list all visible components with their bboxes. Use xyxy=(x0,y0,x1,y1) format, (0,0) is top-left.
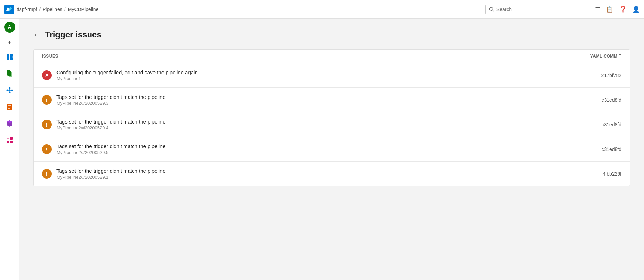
svg-line-2 xyxy=(493,10,494,11)
search-box[interactable] xyxy=(485,5,589,14)
row-left: ! Tags set for the trigger didn't match … xyxy=(42,143,552,155)
sidebar-item-testplans[interactable] xyxy=(3,100,17,114)
issues-table: Issues YAML Commit ✕ Configuring the tri… xyxy=(33,49,630,186)
clipboard-icon[interactable]: 📋 xyxy=(606,6,614,13)
svg-rect-6 xyxy=(10,57,13,60)
svg-rect-21 xyxy=(10,137,13,140)
issue-warning-icon: ! xyxy=(42,144,52,154)
svg-rect-20 xyxy=(7,141,9,143)
testplans-icon xyxy=(6,103,14,111)
yaml-commit-value: 217bf782 xyxy=(552,73,621,78)
topbar: tfspf-rmpf / Pipelines / MyCDPipeline ☰ … xyxy=(0,0,644,19)
svg-rect-5 xyxy=(7,57,9,60)
svg-rect-23 xyxy=(7,138,9,139)
yaml-commit-value: c31ed8fd xyxy=(552,122,621,127)
issue-error-icon: ✕ xyxy=(42,70,52,80)
sidebar-item-boards[interactable] xyxy=(3,50,17,64)
svg-rect-9 xyxy=(8,71,11,76)
breadcrumb-org[interactable]: tfspf-rmpf xyxy=(17,7,37,12)
repos-icon xyxy=(6,70,14,77)
table-header: Issues YAML Commit xyxy=(34,50,630,63)
row-left: ! Tags set for the trigger didn't match … xyxy=(42,119,552,130)
table-row: ! Tags set for the trigger didn't match … xyxy=(34,137,630,162)
boards-icon xyxy=(6,53,14,61)
list-icon[interactable]: ☰ xyxy=(595,6,600,13)
svg-point-11 xyxy=(9,87,10,89)
issue-warning-icon: ! xyxy=(42,169,52,179)
issue-warning-icon: ! xyxy=(42,95,52,105)
content-area: ← Trigger issues Issues YAML Commit ✕ Co… xyxy=(19,19,644,280)
breadcrumb-sep1: / xyxy=(39,7,41,12)
breadcrumb-sep2: / xyxy=(64,7,66,12)
help-icon[interactable]: ❓ xyxy=(619,6,627,13)
sidebar-item-extensions[interactable] xyxy=(3,133,17,147)
issue-title: Tags set for the trigger didn't match th… xyxy=(56,94,166,100)
issue-title: Configuring the trigger failed, edit and… xyxy=(56,69,198,75)
add-project-button[interactable]: + xyxy=(4,37,15,48)
yaml-commit-value: c31ed8fd xyxy=(552,146,621,152)
svg-point-10 xyxy=(6,90,8,91)
issue-title: Tags set for the trigger didn't match th… xyxy=(56,168,166,174)
col-header-yaml: YAML Commit xyxy=(552,54,621,59)
breadcrumb-pipelines[interactable]: Pipelines xyxy=(43,7,62,12)
table-row: ✕ Configuring the trigger failed, edit a… xyxy=(34,63,630,88)
col-header-issues: Issues xyxy=(42,54,552,59)
breadcrumb: tfspf-rmpf / Pipelines / MyCDPipeline xyxy=(17,7,483,12)
issue-title: Tags set for the trigger didn't match th… xyxy=(56,119,166,125)
row-left: ✕ Configuring the trigger failed, edit a… xyxy=(42,69,552,81)
extensions-icon xyxy=(6,136,14,144)
table-row: ! Tags set for the trigger didn't match … xyxy=(34,162,630,186)
search-input[interactable] xyxy=(496,7,585,12)
issue-subtitle: MyPipeline2/#20200529.1 xyxy=(56,175,166,180)
page-title: Trigger issues xyxy=(45,30,102,40)
svg-rect-22 xyxy=(10,141,13,143)
back-button[interactable]: ← xyxy=(33,31,40,39)
yaml-commit-value: c31ed8fd xyxy=(552,97,621,103)
table-row: ! Tags set for the trigger didn't match … xyxy=(34,112,630,137)
yaml-commit-value: 4fbb226f xyxy=(552,171,621,177)
issue-text: Tags set for the trigger didn't match th… xyxy=(56,168,166,180)
breadcrumb-pipeline-name[interactable]: MyCDPipeline xyxy=(68,7,99,12)
sidebar-item-artifacts[interactable] xyxy=(3,117,17,130)
azure-devops-logo xyxy=(4,5,14,14)
topbar-actions: ☰ 📋 ❓ 👤 xyxy=(595,6,640,13)
artifacts-icon xyxy=(6,120,14,127)
search-icon xyxy=(489,7,494,12)
issue-text: Tags set for the trigger didn't match th… xyxy=(56,143,166,155)
user-settings-icon[interactable]: 👤 xyxy=(632,6,640,13)
avatar[interactable]: A xyxy=(4,22,15,33)
row-left: ! Tags set for the trigger didn't match … xyxy=(42,94,552,106)
issue-text: Tags set for the trigger didn't match th… xyxy=(56,119,166,130)
sidebar-item-pipelines[interactable] xyxy=(3,83,17,97)
issue-warning-icon: ! xyxy=(42,120,52,129)
issue-title: Tags set for the trigger didn't match th… xyxy=(56,143,166,149)
sidebar: A + xyxy=(0,19,19,280)
svg-point-13 xyxy=(9,92,10,93)
row-left: ! Tags set for the trigger didn't match … xyxy=(42,168,552,180)
issue-text: Tags set for the trigger didn't match th… xyxy=(56,94,166,106)
issue-subtitle: MyPipeline2/#20200529.5 xyxy=(56,150,166,155)
page-header: ← Trigger issues xyxy=(33,30,630,40)
issue-subtitle: MyPipeline2/#20200529.3 xyxy=(56,101,166,106)
svg-rect-3 xyxy=(7,54,9,57)
table-body: ✕ Configuring the trigger failed, edit a… xyxy=(34,63,630,186)
pipelines-icon xyxy=(6,86,14,94)
sidebar-item-repos[interactable] xyxy=(3,67,17,80)
main-layout: A + xyxy=(0,19,644,280)
svg-rect-4 xyxy=(10,54,13,57)
svg-point-12 xyxy=(11,90,13,91)
table-row: ! Tags set for the trigger didn't match … xyxy=(34,88,630,112)
issue-subtitle: MyPipeline1 xyxy=(56,76,198,81)
issue-text: Configuring the trigger failed, edit and… xyxy=(56,69,198,81)
issue-subtitle: MyPipeline2/#20200529.4 xyxy=(56,125,166,130)
